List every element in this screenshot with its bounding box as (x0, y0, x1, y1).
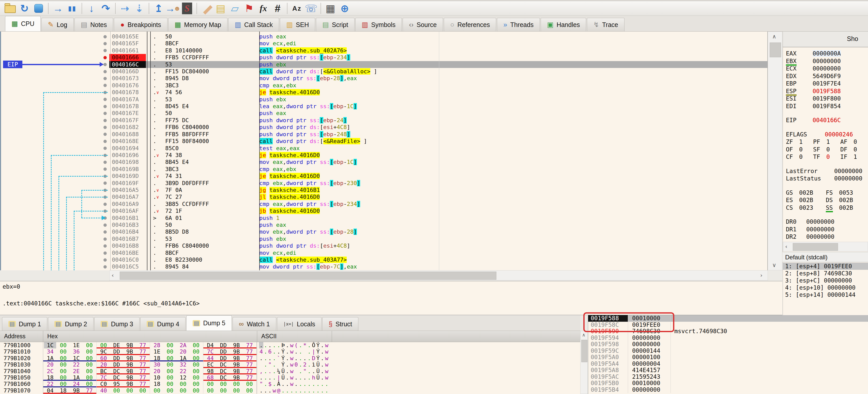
register-value[interactable]: 0019F854 (813, 103, 841, 109)
disassembly-pane[interactable]: 0040165E.50push eax0040165F.8BCFmov ecx,… (0, 32, 768, 270)
disasm-row[interactable]: 0040167F.FF75 DCpush dword ptr ss:[ebp-2… (1, 117, 767, 124)
stack-value[interactable]: 414E4157 (628, 367, 671, 374)
breakpoint-dot[interactable] (103, 77, 107, 80)
breakpoint-dot[interactable] (103, 140, 107, 143)
disasm-row[interactable]: 004016A9.3B85 CCFDFFFFcmp eax,dword ptr … (1, 201, 767, 207)
register-value[interactable]: 5649D6F9 (813, 73, 841, 79)
disasm-row[interactable]: 00401666.FFB5 CCFDFFFFpush dword ptr ss:… (1, 54, 767, 61)
restart-button[interactable]: ↻ (17, 2, 32, 15)
dump-row[interactable]: 779B10201A001C0060DD9B7718001A0044DD9B77… (0, 355, 580, 361)
register-value[interactable]: 0000000A (813, 50, 841, 57)
tab-script[interactable]: ▤Script (316, 18, 354, 31)
column-header-ascii[interactable]: ASCII (257, 331, 332, 342)
flag-value[interactable]: 0 (826, 153, 830, 160)
disasm-hscrollbar[interactable]: ‹ › (109, 270, 768, 280)
disasm-row[interactable]: 0040167A.53push ebx (1, 96, 767, 103)
disasm-row[interactable]: 00401678.∨74 56je tasksche.4016D0 (1, 89, 767, 96)
column-header-hex[interactable]: Hex (43, 331, 257, 342)
stack-value[interactable]: 00000000 (628, 387, 671, 393)
disasm-row[interactable]: 004016BE.8BCFmov ecx,edi (1, 249, 767, 256)
breakpoint-dot[interactable] (103, 105, 107, 108)
flag-value[interactable]: 0 (826, 146, 830, 153)
tab-dump-4[interactable]: ▤Dump 4 (140, 317, 186, 331)
phone-button[interactable]: ☏ (304, 2, 318, 15)
breakpoint-dot[interactable] (103, 161, 107, 164)
disasm-row[interactable]: 0040168E.FF15 80F84000call dword ptr ds:… (1, 138, 767, 145)
register-row[interactable]: GS002BFS0053 (786, 189, 868, 197)
tab-dump-5[interactable]: ▤Dump 5 (186, 315, 231, 331)
tab-cpu[interactable]: ▦CPU (5, 16, 41, 31)
disasm-row[interactable]: 004016C5.8945 84mov dword ptr ss:[ebp-7C… (1, 263, 767, 270)
stack-row[interactable]: 0019F5AC21595243 (588, 374, 868, 380)
scroll-right-icon[interactable]: › (760, 273, 763, 278)
bookmarks-button[interactable]: ⚑ (242, 2, 256, 15)
disasm-row[interactable]: 00401696.∨74 38je tasksche.4016D0 (1, 152, 767, 159)
disasm-vscrollbar[interactable]: ∧ ∨ (768, 32, 782, 270)
stack-row[interactable]: 0019F59C00000144 (588, 348, 868, 354)
stack-argument-row[interactable]: 4: [esp+10] 00000000 (783, 284, 868, 291)
disasm-row[interactable]: 0040165F.8BCFmov ecx,edi (1, 40, 767, 47)
execute-till-return-button[interactable]: ↥ (152, 2, 166, 15)
dump-vscrollbar[interactable]: ∧ (580, 331, 588, 394)
regs-hscroll-thumb[interactable] (793, 243, 838, 251)
scroll-left-icon[interactable]: ‹ (785, 244, 787, 249)
stack-value[interactable]: 00010000 (628, 380, 671, 387)
breakpoint-dot[interactable] (103, 237, 107, 241)
stack-argument-row[interactable]: 2: [esp+8] 74698C30 (783, 270, 868, 277)
flag-value[interactable]: 1 (854, 153, 857, 160)
stack-value[interactable]: 00000000 (628, 335, 671, 341)
disasm-row[interactable]: 004016AF.∨72 1Fjb tasksche.4016D0 (1, 207, 767, 214)
tab-seh[interactable]: ▥SEH (280, 18, 315, 31)
register-value[interactable]: 0040166C (813, 117, 841, 123)
tab-threads[interactable]: »Threads (497, 18, 540, 31)
breakpoint-dot[interactable] (103, 126, 107, 129)
calculator-button[interactable]: ▦ (323, 2, 338, 15)
run-button[interactable]: → (51, 2, 65, 15)
disasm-row[interactable]: 0040169D.∨74 31je tasksche.4016D0 (1, 173, 767, 179)
tab-breakpoints[interactable]: ●Breakpoints (114, 18, 167, 31)
stack-value[interactable]: 00000100 (628, 354, 671, 361)
stack-row[interactable]: 0019F5A000000100 (588, 354, 868, 361)
register-value[interactable]: 00000246 (825, 131, 853, 138)
dump-row[interactable]: 779B10001C001E0000DE9B7728002A00D4DD9B77… (0, 342, 580, 348)
breakpoint-dot[interactable] (103, 119, 107, 122)
register-row[interactable]: EIP0040166C (786, 117, 868, 124)
register-row[interactable]: DR100000000 (786, 226, 868, 233)
tab-handles[interactable]: ▣Handles (540, 18, 586, 31)
tab-notes[interactable]: ▤Notes (74, 18, 113, 31)
labels-button[interactable]: ▱ (228, 2, 242, 15)
segment-value[interactable]: 002B (839, 204, 853, 211)
patches-button[interactable]: ▬ (199, 2, 214, 15)
register-value[interactable]: 00000000 (813, 58, 841, 64)
stack-argument-row[interactable]: 5: [esp+14] 00000144 (783, 291, 868, 298)
disasm-row[interactable]: 004016A5.∨7F 0Ajg tasksche.4016B1 (1, 187, 767, 193)
register-row[interactable]: EDI0019F854 (786, 103, 868, 110)
dump-rows[interactable]: 779B10001C001E0000DE9B7728002A00D4DD9B77… (0, 342, 580, 394)
disasm-row[interactable]: 00401673.8945 D8mov dword ptr ss:[ebp-28… (1, 75, 767, 82)
register-value[interactable]: 0019F7E4 (813, 80, 841, 87)
dump-row[interactable]: 779B107004189B77400000000000000000000000… (0, 387, 580, 394)
register-value[interactable]: 00000000 (806, 233, 834, 240)
disasm-vscroll-thumb[interactable] (770, 43, 781, 57)
disasm-row[interactable]: 00401676.3BC3cmp eax,ebx (1, 82, 767, 89)
strings-button[interactable]: Az (290, 2, 304, 15)
register-row[interactable]: LastStatus00000000 (786, 175, 868, 182)
register-row[interactable]: ECX00000000 (786, 65, 868, 73)
animate-into-button[interactable]: ⇢ (118, 2, 132, 15)
stack-argument-row[interactable]: 3: [esp+C] 00000000 (783, 277, 868, 284)
segment-value[interactable]: 002B (839, 197, 853, 203)
register-value[interactable]: 00000000 (813, 65, 841, 72)
register-row[interactable]: DR000000000 (786, 218, 868, 226)
tab-source[interactable]: ‹›Source (403, 18, 443, 31)
register-row[interactable]: LastError00000000 (786, 167, 868, 175)
open-file-button[interactable] (3, 2, 17, 15)
register-row[interactable]: OF0SF0DF0 (786, 146, 868, 153)
disasm-row[interactable]: 00401682.FFB6 C8040000push dword ptr ds:… (1, 124, 767, 131)
dump-row[interactable]: 779B1010340036009CDD9B771E0020007CDD9B77… (0, 348, 580, 355)
segment-value[interactable]: 0053 (839, 189, 853, 196)
column-header-address[interactable]: Address (0, 331, 43, 342)
register-row[interactable]: DR200000000 (786, 233, 868, 241)
disasm-row[interactable]: 004016B4.8B5D D8mov ebx,dword ptr ss:[eb… (1, 228, 767, 235)
breakpoint-dot-active[interactable] (103, 56, 107, 59)
stack-row[interactable]: 0019F5B400000000 (588, 387, 868, 393)
